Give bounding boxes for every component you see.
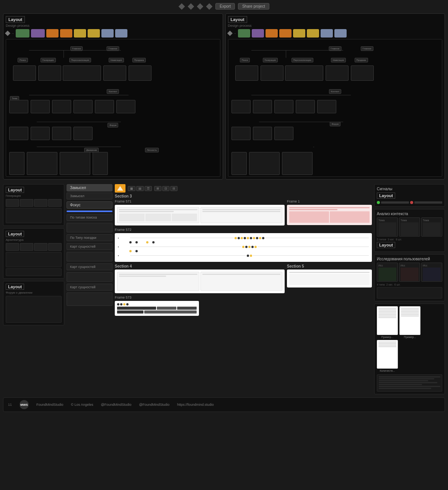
analysis-panel: Анализ контекста Тема Тема Тема 5 типов … (374, 209, 445, 252)
tl-dot (247, 255, 249, 257)
kart-box-1 (67, 252, 112, 261)
stat-2: 3 кат. (388, 238, 394, 241)
s4-content (117, 272, 282, 291)
top-bar: Export Share project (0, 0, 448, 12)
export-button[interactable]: Export (215, 3, 235, 10)
flow-card-2 (31, 29, 45, 38)
box-r5-3 (60, 152, 90, 175)
r-flow-card-3 (266, 29, 278, 38)
r-node-r3: Контент (329, 89, 341, 94)
analysis-grid: Тема Тема Тема (377, 217, 442, 237)
sm-btn-3[interactable]: ☰ (145, 186, 152, 191)
tl-line-1b (265, 238, 369, 238)
mini-cell (48, 199, 62, 207)
diamond-icon-3 (197, 3, 204, 10)
r-box-2 (261, 65, 283, 81)
mini-cell (20, 199, 33, 207)
section5-label: Section 5 (287, 264, 372, 268)
flow-card-8 (115, 29, 127, 38)
mini-cell (20, 243, 33, 251)
tl-dot (248, 246, 251, 248)
flow-diamond (5, 31, 10, 36)
section4-wrapper: Section 4 (115, 264, 285, 293)
doc-line (378, 308, 396, 309)
zamysel-button[interactable]: Замысел (67, 184, 112, 191)
tl-dot (245, 246, 248, 248)
r-box-r5-3 (282, 152, 313, 175)
doc-line (378, 314, 396, 315)
timeline-row-5: • (118, 254, 369, 257)
left-panel-subtitle: Design process (6, 24, 220, 28)
footer-link-3[interactable]: @FoundMindStudio (139, 403, 169, 407)
sm-btn-5[interactable]: ⊡ (162, 186, 169, 191)
share-button[interactable]: Share project (238, 3, 269, 10)
cell-title-2: Тема (401, 219, 419, 222)
line-h3 (37, 122, 121, 122)
mini-cell (34, 243, 47, 251)
tl-dot (152, 241, 155, 243)
sm-btn-4[interactable]: ⊞ (154, 186, 161, 191)
r-node-top2: Главное (361, 46, 373, 51)
diamond-icon-2 (188, 3, 194, 10)
node-r2-5: Продажа (132, 58, 146, 62)
doc-line (378, 309, 396, 310)
tl-dot (251, 246, 254, 248)
flow-card-5 (74, 29, 86, 38)
sm-btn-6[interactable]: ⊟ (170, 186, 178, 191)
mini-panel-3: Layout Форум о движении (3, 281, 64, 325)
r-flow-card-8 (334, 29, 347, 38)
analysis-layout-label: Layout (377, 242, 395, 248)
mini-panel-1-subtitle: Генерация (6, 194, 62, 198)
s4-inner (117, 272, 199, 291)
left-panel-label: Layout (6, 16, 25, 23)
footer-link-1[interactable]: FoundMindStudio (36, 403, 64, 407)
kart-box-3 (67, 292, 112, 306)
r-flow-card-5 (293, 29, 305, 38)
kart-box-2 (67, 272, 112, 282)
doc-line (401, 315, 419, 317)
analysis-title: Анализ контекста (377, 212, 442, 216)
tl-dot (146, 241, 148, 243)
frame573-label: Frame 573 (115, 296, 372, 299)
footer-link-4[interactable]: https://foundmind.studio (177, 403, 214, 407)
node-r5b: Личность (145, 148, 159, 152)
timeline-row-1: • (118, 236, 369, 240)
zamysel-item-2: По типам поиска (67, 214, 112, 221)
doc-preview-2 (399, 306, 420, 335)
footer-link-2[interactable]: @FoundMindStudio (101, 403, 132, 407)
sm-btn-2[interactable]: ▤ (136, 186, 144, 191)
s4-line (119, 274, 197, 275)
fokus-button[interactable]: Фокус (67, 201, 112, 209)
doc-line (378, 315, 396, 317)
r-box-r3-2 (253, 100, 272, 113)
small-btn-group-right: ⊞ ⊡ ⊟ (154, 186, 178, 191)
r-box-r3-4 (296, 100, 315, 113)
text-line (379, 376, 440, 377)
frame573-wrapper: Frame 573 (115, 296, 372, 316)
flow-card-4 (60, 29, 72, 38)
tl-dot (238, 237, 240, 239)
sm-btn-1[interactable]: ▦ (128, 186, 135, 191)
left-mini-panels: Layout Генерация Layout Архитектура (3, 184, 64, 394)
stat-3: 8 шт. (396, 238, 402, 241)
section45-row: Section 4 Section 5 (115, 264, 372, 293)
text-line (379, 380, 428, 381)
r-node-r2-1: Поиск (240, 58, 250, 62)
box-r3-4 (73, 100, 93, 113)
f1-line2 (289, 209, 337, 210)
f1-cols (289, 211, 370, 223)
box-r5-4 (93, 152, 108, 175)
doc-title-1: Пример... (381, 336, 393, 338)
tl-dot (250, 255, 252, 257)
status-green-dot (377, 201, 380, 204)
research-extra (377, 287, 442, 299)
f571-line (119, 209, 197, 210)
research-grid: Исс Исс Исс (377, 263, 442, 282)
node-r3: Контент (107, 89, 119, 94)
tl-dot (241, 237, 243, 239)
signal-bar-2 (414, 201, 442, 204)
f571-inner-1 (117, 207, 199, 223)
mini-panel-2: Layout Архитектура (3, 228, 64, 279)
stat-1: 5 типов (377, 238, 386, 241)
left-design-panel: Layout Design process → Главное Главное … (3, 13, 223, 180)
